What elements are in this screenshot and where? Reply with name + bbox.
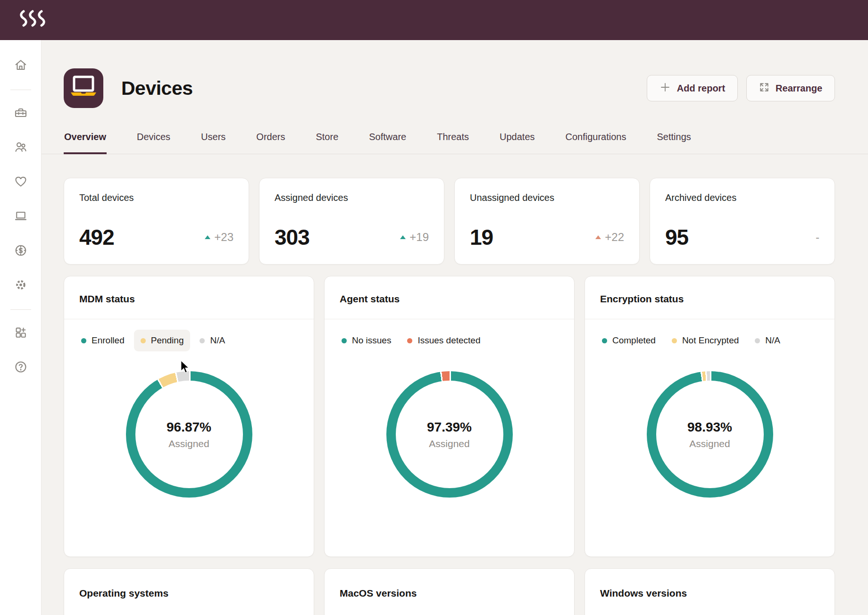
encryption-donut-chart: 98.93% Assigned xyxy=(647,371,773,498)
legend-item-na[interactable]: N/A xyxy=(193,330,232,351)
legend-label: Not Encrypted xyxy=(682,335,739,346)
stat-card-total-devices[interactable]: Total devices 492 +23 xyxy=(64,178,249,265)
donut-center: 96.87% Assigned xyxy=(135,381,243,488)
stat-delta-value: +19 xyxy=(409,231,429,244)
gear-icon xyxy=(14,278,28,294)
mdm-status-card: MDM status Enrolled Pending N/A xyxy=(64,276,314,557)
windows-versions-card: Windows versions xyxy=(584,568,835,615)
agent-donut-chart: 97.39% Assigned xyxy=(386,371,513,498)
agent-status-card: Agent status No issues Issues detected 9… xyxy=(324,276,575,557)
sidebar-item-benefits[interactable] xyxy=(0,165,41,199)
encryption-status-card: Encryption status Completed Not Encrypte… xyxy=(584,276,835,557)
sidebar-item-toolbox[interactable] xyxy=(0,96,41,131)
sidebar-item-settings[interactable] xyxy=(0,268,41,303)
tab-configurations[interactable]: Configurations xyxy=(565,129,627,154)
tab-settings[interactable]: Settings xyxy=(656,129,691,154)
laptop-tile-icon xyxy=(64,67,103,109)
stat-delta: +23 xyxy=(205,231,234,244)
sidebar-divider xyxy=(10,309,31,310)
operating-systems-card: Operating systems xyxy=(64,568,314,615)
stat-value: 95 xyxy=(665,224,688,250)
add-report-label: Add report xyxy=(677,83,725,94)
donut-center-label: Assigned xyxy=(429,438,469,449)
tab-bar: Overview Devices Users Orders Store Soft… xyxy=(42,129,868,154)
legend-label: Enrolled xyxy=(92,335,125,346)
tab-software[interactable]: Software xyxy=(368,129,407,154)
people-icon xyxy=(14,140,28,156)
legend-item-pending[interactable]: Pending xyxy=(134,330,191,351)
trend-up-icon xyxy=(595,235,601,239)
home-icon xyxy=(14,58,28,74)
trend-up-icon xyxy=(205,235,210,239)
legend-dot xyxy=(602,338,607,343)
legend-dot xyxy=(81,338,86,343)
donut-center-value: 97.39% xyxy=(427,420,472,435)
legend-item-completed[interactable]: Completed xyxy=(595,330,662,351)
sidebar-item-add-apps[interactable] xyxy=(0,316,41,350)
plus-icon xyxy=(659,82,671,95)
sidebar-item-home[interactable] xyxy=(0,49,41,83)
sidebar-item-help[interactable] xyxy=(0,350,41,385)
dollar-clock-icon xyxy=(14,243,28,259)
legend-dot xyxy=(141,338,146,343)
stat-card-unassigned-devices[interactable]: Unassigned devices 19 +22 xyxy=(454,178,640,265)
help-icon xyxy=(14,360,28,376)
sidebar-item-people[interactable] xyxy=(0,131,41,165)
tab-store[interactable]: Store xyxy=(315,129,339,154)
laptop-icon xyxy=(14,209,28,225)
mouse-cursor xyxy=(179,360,191,376)
sidebar-divider xyxy=(10,90,31,90)
stat-delta-value: +23 xyxy=(214,231,234,244)
stat-delta-value: +22 xyxy=(605,231,624,244)
legend-label: Issues detected xyxy=(417,335,480,346)
donut-center-value: 96.87% xyxy=(167,420,211,435)
rearrange-label: Rearrange xyxy=(776,83,822,94)
stat-card-assigned-devices[interactable]: Assigned devices 303 +19 xyxy=(259,178,444,265)
tab-threats[interactable]: Threats xyxy=(436,129,469,154)
legend-item-not-encrypted[interactable]: Not Encrypted xyxy=(665,330,745,351)
legend-label: N/A xyxy=(765,335,780,346)
card-title: MDM status xyxy=(64,276,314,319)
sidebar-item-devices[interactable] xyxy=(0,199,41,234)
donut-cards-row: MDM status Enrolled Pending N/A xyxy=(64,276,835,557)
devices-app-tile xyxy=(64,68,103,108)
stat-value: 303 xyxy=(275,224,309,250)
main-content: Devices Add report Rearrange xyxy=(42,40,868,615)
stat-delta-value: - xyxy=(816,231,819,244)
legend-dot xyxy=(407,338,412,343)
donut-center-label: Assigned xyxy=(168,438,209,449)
legend-label: Pending xyxy=(151,335,184,346)
toolbox-icon xyxy=(14,106,28,122)
donut-center-value: 98.93% xyxy=(687,420,732,435)
stat-card-archived-devices[interactable]: Archived devices 95 - xyxy=(650,178,835,265)
legend-label: No issues xyxy=(352,335,391,346)
legend-item-issues-detected[interactable]: Issues detected xyxy=(401,330,487,351)
legend-label: N/A xyxy=(210,335,225,346)
legend-item-enrolled[interactable]: Enrolled xyxy=(75,330,131,351)
top-bar xyxy=(0,0,868,40)
legend-dot xyxy=(342,338,347,343)
tab-users[interactable]: Users xyxy=(200,129,226,154)
tab-devices[interactable]: Devices xyxy=(136,129,171,154)
expand-arrows-icon xyxy=(759,82,769,95)
tab-updates[interactable]: Updates xyxy=(499,129,535,154)
legend-item-na[interactable]: N/A xyxy=(748,330,787,351)
tab-overview[interactable]: Overview xyxy=(64,129,107,154)
donut-center: 98.93% Assigned xyxy=(656,381,764,488)
rippling-logo-icon[interactable] xyxy=(19,9,48,32)
page-title: Devices xyxy=(121,77,193,100)
sidebar-item-payroll[interactable] xyxy=(0,234,41,268)
stat-value: 492 xyxy=(79,224,114,250)
tab-orders[interactable]: Orders xyxy=(256,129,285,154)
legend-dot xyxy=(755,338,760,343)
legend-dot xyxy=(672,338,677,343)
stat-value: 19 xyxy=(470,224,493,250)
macos-versions-card: MacOS versions xyxy=(324,568,575,615)
rearrange-button[interactable]: Rearrange xyxy=(746,75,835,101)
page-header: Devices Add report Rearrange xyxy=(42,40,868,108)
sidebar xyxy=(0,40,42,615)
header-actions: Add report Rearrange xyxy=(647,75,835,101)
add-report-button[interactable]: Add report xyxy=(647,75,738,101)
legend-dot xyxy=(200,338,205,343)
legend-item-no-issues[interactable]: No issues xyxy=(335,330,398,351)
